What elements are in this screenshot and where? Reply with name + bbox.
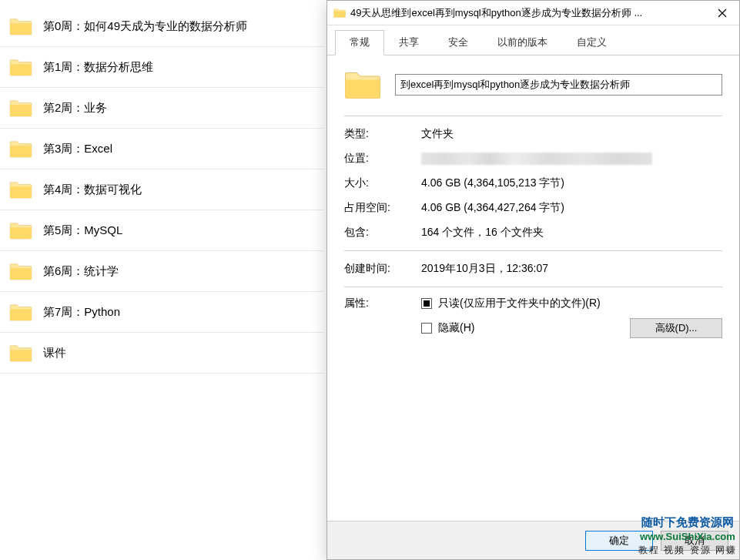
separator [344, 250, 722, 251]
list-item[interactable]: 课件 [0, 333, 323, 374]
dialog-footer: 确定 取消 [327, 521, 739, 559]
file-name: 第1周：数据分析思维 [43, 60, 153, 75]
type-value: 文件夹 [421, 127, 454, 141]
contains-label: 包含: [344, 226, 421, 240]
file-name: 第6周：统计学 [43, 264, 119, 279]
list-item[interactable]: 第7周：Python [0, 292, 323, 333]
file-name: 第2周：业务 [43, 101, 107, 116]
tab-general[interactable]: 常规 [335, 30, 384, 55]
ok-button[interactable]: 确定 [585, 531, 653, 551]
window-title: 49天从思维到excel再到mysql和python逐步成为专业数据分析师 ..… [350, 6, 707, 20]
attributes-label: 属性: [344, 297, 421, 310]
file-name: 第3周：Excel [43, 142, 112, 156]
created-value: 2019年10月3日，12:36:07 [421, 262, 548, 276]
size-label: 大小: [344, 176, 421, 190]
close-button[interactable] [707, 2, 738, 25]
folder-icon [9, 58, 32, 76]
folder-icon [9, 344, 32, 362]
readonly-label: 只读(仅应用于文件夹中的文件)(R) [438, 297, 601, 310]
size-on-disk-value: 4.06 GB (4,364,427,264 字节) [421, 201, 564, 215]
folder-icon [9, 303, 32, 321]
folder-icon [9, 221, 32, 240]
hidden-label: 隐藏(H) [438, 321, 474, 335]
file-name: 第0周：如何49天成为专业的数据分析师 [43, 19, 247, 34]
file-name: 第4周：数据可视化 [43, 183, 142, 197]
tab-previous-versions[interactable]: 以前的版本 [483, 30, 562, 55]
close-icon [718, 8, 727, 18]
folder-icon [9, 139, 32, 158]
file-name: 第5周：MySQL [43, 223, 122, 238]
folder-icon [9, 262, 32, 280]
list-item[interactable]: 第0周：如何49天成为专业的数据分析师 [0, 6, 323, 47]
list-item[interactable]: 第5周：MySQL [0, 210, 323, 251]
separator [344, 116, 722, 116]
folder-name-input[interactable] [395, 74, 722, 96]
location-value-redacted [421, 153, 652, 165]
tab-customize[interactable]: 自定义 [562, 30, 621, 55]
titlebar[interactable]: 49天从思维到excel再到mysql和python逐步成为专业数据分析师 ..… [327, 1, 739, 25]
properties-dialog: 49天从思维到excel再到mysql和python逐步成为专业数据分析师 ..… [326, 0, 740, 560]
list-item[interactable]: 第4周：数据可视化 [0, 169, 323, 210]
tab-security[interactable]: 安全 [434, 30, 483, 55]
readonly-checkbox[interactable] [421, 298, 432, 309]
folder-icon [333, 8, 346, 18]
folder-icon [9, 180, 32, 199]
list-item[interactable]: 第1周：数据分析思维 [0, 47, 323, 88]
separator [344, 287, 722, 287]
advanced-button[interactable]: 高级(D)... [630, 318, 722, 338]
type-label: 类型: [344, 127, 421, 141]
dialog-body: 类型: 文件夹 位置: 大小: 4.06 GB (4,364,105,213 字… [327, 55, 739, 521]
location-label: 位置: [344, 152, 421, 166]
list-item[interactable]: 第3周：Excel [0, 129, 323, 169]
file-name: 课件 [43, 346, 66, 360]
folder-icon [9, 17, 32, 35]
hidden-checkbox[interactable] [421, 323, 432, 334]
file-name: 第7周：Python [43, 305, 120, 320]
file-list: 第0周：如何49天成为专业的数据分析师 第1周：数据分析思维 第2周：业务 第3… [0, 0, 323, 374]
list-item[interactable]: 第6周：统计学 [0, 251, 323, 292]
tab-sharing[interactable]: 共享 [384, 30, 434, 55]
size-on-disk-label: 占用空间: [344, 201, 421, 215]
folder-icon [344, 69, 381, 100]
created-label: 创建时间: [344, 262, 421, 276]
cancel-button[interactable]: 取消 [661, 531, 728, 551]
size-value: 4.06 GB (4,364,105,213 字节) [421, 176, 564, 190]
tab-bar: 常规 共享 安全 以前的版本 自定义 [327, 25, 739, 55]
contains-value: 164 个文件，16 个文件夹 [421, 226, 544, 240]
list-item[interactable]: 第2周：业务 [0, 88, 323, 129]
folder-icon [9, 99, 32, 117]
